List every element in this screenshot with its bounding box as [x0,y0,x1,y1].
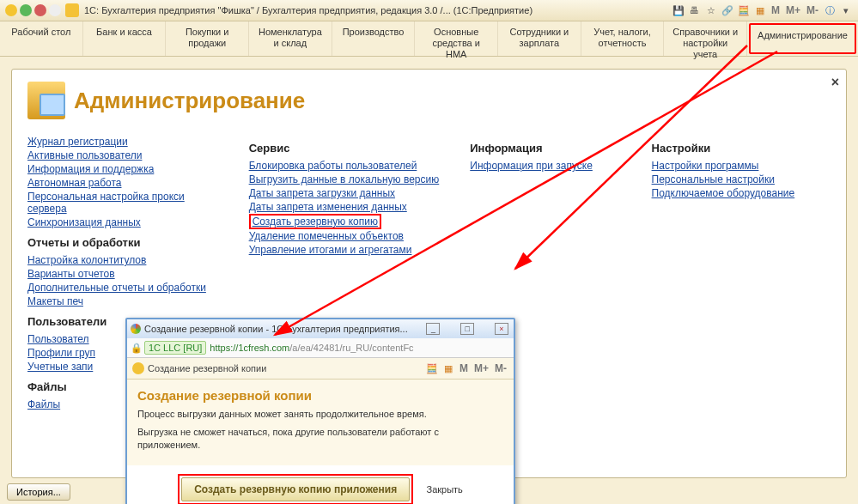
calendar-icon[interactable]: ▦ [753,3,767,17]
popup-body: Создание резервной копии Процесс выгрузк… [127,380,514,465]
nav-employees[interactable]: Сотрудники и зарплата [498,21,581,56]
nav-refs[interactable]: Справочники и настройки учета [664,21,747,56]
nav-link[interactable]: Подключаемое оборудование [652,186,831,200]
nav-link[interactable]: Удаление помеченных объектов [249,229,448,243]
url-host: https://1cfresh.com [210,343,289,353]
popup-title: Создание резервной копии - 1С:Бухгалтери… [144,324,408,334]
nav-assets[interactable]: Основные средства и НМА [415,21,498,56]
nav-link[interactable]: Активные пользователи [27,149,227,162]
page-title: Администрирование [74,88,305,114]
popup-text-2: Выгрузка не сможет начаться, пока другие… [137,426,503,452]
url-bar[interactable]: 🔒 1C LLC [RU] https://1cfresh.com /a/ea/… [127,338,514,358]
section-reports: Отчеты и обработки [27,236,227,249]
close-icon[interactable]: × [495,323,508,335]
nav-link[interactable]: Макеты печ [27,295,227,308]
nav-link[interactable]: Даты запрета изменения данных [249,200,448,214]
nav-tax[interactable]: Учет, налоги, отчетность [581,21,665,56]
nav-link[interactable]: Настройка колонтитулов [27,253,227,267]
info-icon[interactable]: ⓘ [823,3,837,17]
m-minus-button[interactable]: M- [805,4,820,16]
nav-link[interactable]: Дополнительные отчеты и обработки [27,281,227,295]
top-nav: Рабочий стол Банк и касса Покупки и прод… [0,21,858,57]
m-plus-button[interactable]: M+ [472,362,490,374]
history-button[interactable]: История... [7,483,70,501]
sys-icon[interactable] [5,4,17,16]
app-icon [132,362,144,374]
nav-link[interactable]: Настройки программы [652,159,831,173]
section-settings: Настройки [652,142,831,155]
popup-toolbar: Создание резервной копии 🧮 ▦ M M+ M- [127,358,514,380]
nav-link[interactable]: Варианты отчетов [27,267,227,281]
popup-text-1: Процесс выгрузки данных может занять про… [137,408,503,421]
m-button[interactable]: M [770,4,782,16]
print-icon[interactable]: 🖶 [688,3,702,17]
popup-footer: Создать резервную копию приложения Закры… [127,465,514,504]
calculator-icon[interactable]: 🧮 [425,361,439,375]
lock-icon: 🔒 [131,343,143,354]
nav-link[interactable]: Выгрузить данные в локальную версию [249,173,448,186]
m-minus-button[interactable]: M- [493,362,508,374]
nav-sales[interactable]: Покупки и продажи [166,21,249,56]
url-auth: 1C LLC [RU] [144,341,206,355]
nav-link[interactable]: Журнал регистрации [27,135,227,149]
nav-bank[interactable]: Банк и касса [83,21,167,56]
m-plus-button[interactable]: M+ [784,4,802,16]
app-title: 1С: Бухгалтерия предприятия "Фишка" / Бу… [84,5,532,15]
chrome-icon [131,324,141,334]
section-service: Сервис [249,142,448,155]
sys-icon[interactable] [34,4,46,16]
nav-link[interactable]: Блокировка работы пользователей [249,159,448,173]
nav-link[interactable]: Управление итогами и агрегатами [249,243,448,257]
sys-icon[interactable] [49,4,61,16]
col-settings: Настройки Настройки программыПерсональны… [652,135,831,411]
nav-stock[interactable]: Номенклатура и склад [249,21,332,56]
nav-link[interactable]: Информация при запуске [470,159,629,173]
popup-toolbar-title: Создание резервной копии [148,363,266,373]
nav-link[interactable]: Информация и поддержка [27,162,227,176]
url-path: /a/ea/42481/ru_RU/contentFc [289,343,413,353]
main-window: 1С: Бухгалтерия предприятия "Фишка" / Бу… [0,0,858,504]
dropdown-icon[interactable]: ▾ [839,3,853,17]
admin-panel-icon [27,82,65,119]
section-info: Информация [470,142,629,155]
m-button[interactable]: M [458,362,470,374]
app-icon [65,3,79,17]
close-icon[interactable]: × [831,75,839,90]
sys-icon[interactable] [20,4,32,16]
popup-close-link[interactable]: Закрыть [426,484,462,495]
maximize-icon[interactable]: □ [460,323,474,335]
minimize-icon[interactable]: _ [426,323,440,335]
nav-link[interactable]: Персональные настройки [652,173,831,186]
popup-heading: Создание резервной копии [137,388,503,403]
backup-popup: Создание резервной копии - 1С:Бухгалтери… [125,318,515,504]
popup-titlebar: Создание резервной копии - 1С:Бухгалтери… [127,319,514,338]
nav-link[interactable]: Автономная работа [27,176,227,190]
star-icon[interactable]: ☆ [704,3,718,17]
nav-link[interactable]: Персональная настройка прокси сервера [27,190,227,216]
save-icon[interactable]: 💾 [672,3,685,17]
titlebar: 1С: Бухгалтерия предприятия "Фишка" / Бу… [0,0,858,21]
calendar-icon[interactable]: ▦ [441,361,455,375]
nav-production[interactable]: Производство [332,21,416,56]
nav-desktop[interactable]: Рабочий стол [0,21,83,56]
nav-admin[interactable]: Администрирование [749,23,856,54]
nav-link[interactable]: Синхронизация данных [27,216,227,229]
create-backup-button[interactable]: Создать резервную копию приложения [181,477,410,501]
nav-link[interactable]: Создать резервную копию [249,214,381,229]
calculator-icon[interactable]: 🧮 [737,3,751,17]
nav-link[interactable]: Даты запрета загрузки данных [249,186,448,200]
link-icon[interactable]: 🔗 [721,3,734,17]
